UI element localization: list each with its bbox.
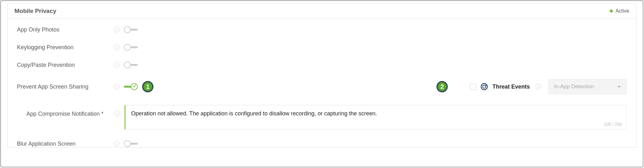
label-app-compromise-notification: App Compromise Notification *: [17, 111, 114, 117]
threat-events-label: Threat Events: [492, 84, 530, 90]
status-label: Active: [615, 8, 629, 14]
toggle-keylogging[interactable]: [124, 44, 138, 51]
label-blur-screen: Blur Application Screen: [17, 141, 114, 147]
status-badge: Active: [610, 8, 629, 14]
svg-point-0: [481, 84, 487, 90]
label-app-only-photos: App Only Photos: [17, 26, 114, 33]
annotation-callout-1: 1: [142, 81, 153, 92]
threat-events-checkbox[interactable]: [470, 84, 476, 90]
info-icon[interactable]: i: [114, 44, 119, 50]
info-icon[interactable]: i: [114, 27, 119, 32]
panel-header: Mobile Privacy Active: [8, 4, 636, 19]
notification-text-value: Operation not allowed. The application i…: [131, 110, 377, 117]
row-blur-screen: Blur Application Screen i: [17, 140, 627, 147]
info-icon[interactable]: i: [114, 84, 119, 90]
row-copypaste: Copy/Paste Prevention i: [17, 61, 627, 68]
row-keylogging: Keylogging Prevention i: [17, 44, 627, 51]
threat-events-group: Threat Events i In-App Detection: [470, 79, 627, 94]
target-icon: [480, 83, 488, 90]
char-counter: 100 / 250: [604, 122, 622, 127]
notification-text-input[interactable]: Operation not allowed. The application i…: [125, 105, 627, 130]
row-prevent-screen-sharing: Prevent App Screen Sharing i 1 2 Threat …: [17, 79, 627, 94]
toggle-blur-screen[interactable]: [124, 140, 138, 147]
row-app-only-photos: App Only Photos i: [17, 26, 627, 33]
row-app-compromise-notification: App Compromise Notification * i Operatio…: [17, 105, 627, 130]
annotation-callout-2: 2: [436, 81, 448, 92]
mobile-privacy-panel: Mobile Privacy Active App Only Photos i …: [7, 3, 636, 148]
toggle-app-only-photos[interactable]: [124, 26, 138, 33]
dropdown-value: In-App Detection: [554, 84, 594, 90]
label-keylogging: Keylogging Prevention: [17, 44, 114, 51]
settings-list: App Only Photos i Keylogging Prevention …: [8, 19, 636, 147]
threat-events-dropdown[interactable]: In-App Detection: [548, 79, 627, 94]
info-icon[interactable]: i: [114, 141, 119, 147]
toggle-prevent-screen-sharing[interactable]: [124, 83, 138, 90]
status-dot-icon: [610, 9, 613, 13]
panel-title: Mobile Privacy: [14, 8, 56, 14]
chevron-down-icon: [618, 86, 621, 88]
label-prevent-screen-sharing: Prevent App Screen Sharing: [17, 84, 114, 90]
label-copypaste: Copy/Paste Prevention: [17, 62, 114, 68]
toggle-copypaste[interactable]: [124, 61, 138, 68]
window-frame: Mobile Privacy Active App Only Photos i …: [0, 0, 643, 167]
info-icon[interactable]: i: [114, 111, 120, 116]
info-icon[interactable]: i: [114, 62, 119, 68]
info-icon[interactable]: i: [536, 84, 541, 90]
